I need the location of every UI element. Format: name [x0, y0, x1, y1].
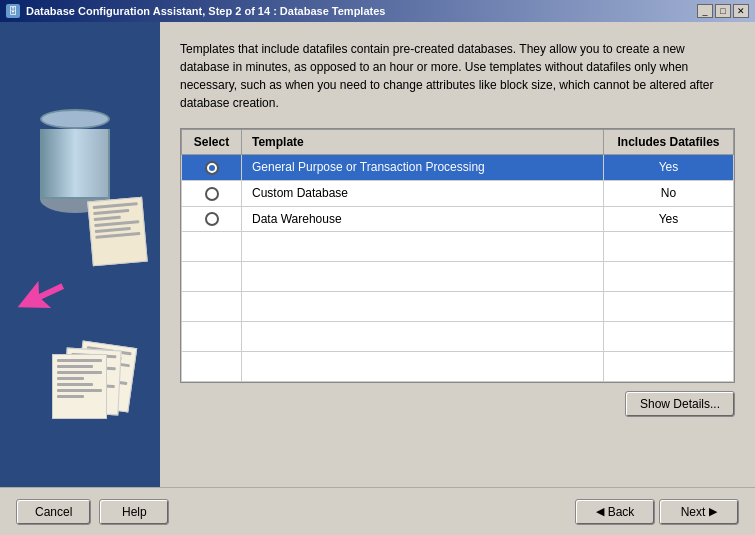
help-button[interactable]: Help [99, 499, 169, 525]
illustration [10, 89, 150, 469]
right-panel: Templates that include datafiles contain… [160, 22, 755, 535]
table-row-empty [182, 352, 734, 382]
table-row-empty [182, 232, 734, 262]
template-name-cell[interactable]: General Purpose or Transaction Processin… [242, 155, 604, 181]
includes-datafiles-cell: Yes [604, 155, 734, 181]
arrow-icon [11, 272, 74, 332]
description-text: Templates that include datafiles contain… [180, 40, 735, 112]
radio-button-selected[interactable] [205, 161, 219, 175]
svg-marker-0 [11, 272, 69, 320]
nav-buttons: ◀ Back Next ▶ [575, 499, 739, 525]
template-name-cell[interactable]: Custom Database [242, 180, 604, 206]
back-label: Back [608, 505, 635, 519]
left-illustration-panel [0, 22, 160, 535]
next-button[interactable]: Next ▶ [659, 499, 739, 525]
radio-button[interactable] [205, 187, 219, 201]
title-bar: 🗄 Database Configuration Assistant, Step… [0, 0, 755, 22]
table-row[interactable]: Data Warehouse Yes [182, 206, 734, 232]
next-label: Next [681, 505, 706, 519]
radio-cell[interactable] [182, 206, 242, 232]
table-row[interactable]: Custom Database No [182, 180, 734, 206]
templates-table-wrapper: Select Template Includes Datafiles Gener… [180, 128, 735, 383]
window-title: Database Configuration Assistant, Step 2… [26, 5, 385, 17]
templates-table: Select Template Includes Datafiles Gener… [181, 129, 734, 382]
document-icon [87, 196, 147, 266]
next-arrow-icon: ▶ [709, 505, 717, 518]
col-header-includes-datafiles: Includes Datafiles [604, 130, 734, 155]
document-icon [52, 354, 107, 419]
main-content: Templates that include datafiles contain… [0, 22, 755, 535]
radio-button[interactable] [205, 212, 219, 226]
database-cylinder-icon [40, 109, 110, 199]
show-details-row: Show Details... [180, 391, 735, 417]
app-icon: 🗄 [6, 4, 20, 18]
template-name-cell[interactable]: Data Warehouse [242, 206, 604, 232]
includes-datafiles-cell: No [604, 180, 734, 206]
close-button[interactable]: ✕ [733, 4, 749, 18]
window-controls: _ □ ✕ [697, 4, 749, 18]
radio-cell[interactable] [182, 180, 242, 206]
col-header-select: Select [182, 130, 242, 155]
table-row-empty [182, 322, 734, 352]
table-row-empty [182, 292, 734, 322]
bottom-left-buttons: Cancel Help [16, 499, 169, 525]
table-row[interactable]: General Purpose or Transaction Processin… [182, 155, 734, 181]
includes-datafiles-cell: Yes [604, 206, 734, 232]
table-row-empty [182, 262, 734, 292]
back-arrow-icon: ◀ [596, 505, 604, 518]
minimize-button[interactable]: _ [697, 4, 713, 18]
cancel-button[interactable]: Cancel [16, 499, 91, 525]
col-header-template: Template [242, 130, 604, 155]
maximize-button[interactable]: □ [715, 4, 731, 18]
show-details-button[interactable]: Show Details... [625, 391, 735, 417]
radio-cell[interactable] [182, 155, 242, 181]
back-button[interactable]: ◀ Back [575, 499, 655, 525]
bottom-nav-bar: Cancel Help ◀ Back Next ▶ [0, 487, 755, 535]
